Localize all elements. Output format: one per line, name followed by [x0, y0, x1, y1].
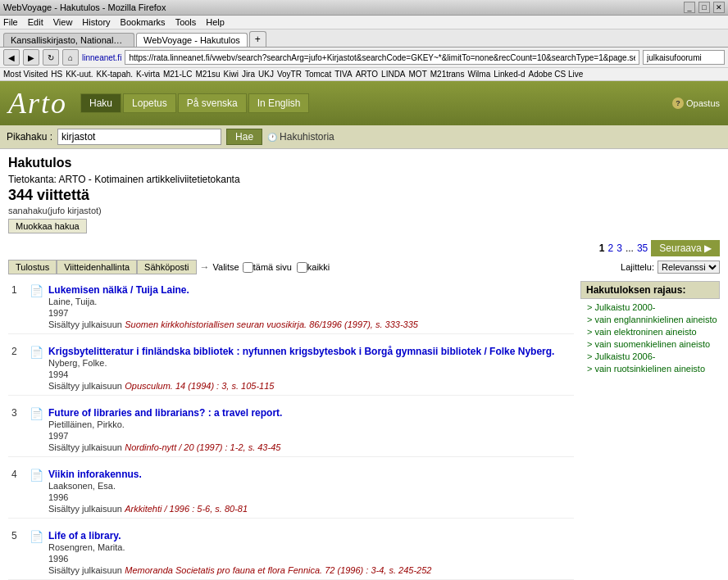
bookmark-adobe[interactable]: Adobe CS Live [529, 70, 584, 79]
arto-logo: Arto [8, 86, 67, 120]
search-label: Pikahaku : [7, 131, 52, 143]
sidebar-link-2[interactable]: vain elektroninen aineisto [580, 327, 720, 337]
result-journal-link-5[interactable]: Memoranda Societatis pro fauna et flora … [125, 565, 431, 575]
page-3[interactable]: 3 [617, 242, 622, 254]
result-journal-link-2[interactable]: Opusculum. 14 (1994) : 3, s. 105-115 [125, 381, 274, 391]
bookmark-voytr[interactable]: VoyTR [277, 70, 302, 79]
url-bar[interactable] [125, 50, 639, 65]
result-num: 5 [11, 530, 25, 576]
modify-search-button[interactable]: Muokkaa hakua [8, 219, 87, 233]
document-icon: 📄 [30, 346, 43, 392]
close-btn[interactable]: ✕ [713, 2, 725, 13]
bookmark-kk-uut[interactable]: KK-uut. [66, 70, 93, 79]
result-count: 344 viittettä [8, 187, 720, 204]
menu-tools[interactable]: Tools [175, 17, 197, 27]
result-journal-prefix-4: Sisältyy julkaisuun [48, 504, 122, 514]
result-year-4: 1996 [48, 492, 68, 502]
minimize-btn[interactable]: _ [684, 2, 695, 13]
bookmark-linked-d[interactable]: Linked-d [494, 70, 525, 79]
refresh-button[interactable]: ↻ [43, 49, 59, 66]
search-input[interactable] [57, 129, 221, 145]
result-journal-link-3[interactable]: Nordinfo-nytt / 20 (1997) : 1-2, s. 43-4… [125, 442, 280, 452]
results-area: 1 📄 Lukemisen nälkä / Tuija Laine. Laine… [8, 281, 720, 580]
forward-button[interactable]: ▶ [23, 49, 39, 66]
nav-svenska[interactable]: På svenska [178, 93, 247, 113]
result-author-1: Laine, Tuija. [48, 297, 97, 306]
bookmark-m21lc[interactable]: M21-LC [163, 70, 193, 79]
db-label: Tietokanta: [8, 174, 57, 185]
bookmark-m21su[interactable]: M21su [196, 70, 221, 79]
bookmark-ukj[interactable]: UKJ [258, 70, 274, 79]
home-button[interactable]: ⌂ [62, 49, 79, 66]
result-title-3[interactable]: Future of libraries and librarians? : a … [48, 407, 282, 419]
action-bar: Tulostus Viitteidenhallinta Sähköposti →… [8, 260, 330, 274]
page-35[interactable]: 35 [637, 242, 648, 254]
maximize-btn[interactable]: □ [698, 2, 710, 13]
result-year-5: 1996 [48, 554, 68, 564]
sidebar-link-3[interactable]: vain suomenkielinen aineisto [580, 339, 720, 349]
bookmark-kk-tapah[interactable]: KK-tapah. [97, 70, 133, 79]
sort-select[interactable]: Relevanssi [657, 261, 720, 274]
sidebar-link-1[interactable]: vain englanninkielinen aineisto [580, 315, 720, 324]
back-button[interactable]: ◀ [3, 49, 20, 66]
document-icon: 📄 [30, 530, 43, 576]
help-icon: ? [672, 97, 684, 109]
bookmark-tomcat[interactable]: Tomcat [305, 70, 331, 79]
new-tab-btn[interactable]: + [249, 31, 266, 47]
bookmark-tiva[interactable]: TIVA [334, 70, 352, 79]
result-journal-link-1[interactable]: Suomen kirkkohistoriallisen seuran vuosi… [125, 319, 418, 329]
result-title-1[interactable]: Lukemisen nälkä / Tuija Laine. [48, 284, 189, 296]
tab-webvoyage[interactable]: WebVoyage - Hakutulos [136, 33, 248, 47]
menu-file[interactable]: File [3, 17, 18, 27]
bookmark-hs[interactable]: HS [51, 70, 62, 79]
result-journal-prefix-2: Sisältyy julkaisuun [48, 381, 122, 391]
search-history[interactable]: 🕐 Hakuhistoria [267, 131, 334, 143]
valitse-tama-sivu-label: tämä sivu [253, 262, 292, 272]
next-button[interactable]: Seuraava ▶ [651, 240, 720, 256]
nav-lopetus[interactable]: Lopetus [123, 93, 176, 113]
valitse-tama-sivu-checkbox[interactable] [243, 262, 253, 273]
result-title-2[interactable]: Krigsbytelitteratur i finländska bibliot… [48, 346, 554, 357]
bookmark-m21trans[interactable]: M21trans [430, 70, 465, 79]
nav-haku[interactable]: Haku [80, 93, 121, 113]
linneanet-link[interactable]: linneanet.fi [82, 53, 121, 62]
bookmark-arto[interactable]: ARTO [356, 70, 378, 79]
result-journal-prefix-1: Sisältyy julkaisuun [48, 319, 122, 329]
result-journal-prefix-3: Sisältyy julkaisuun [48, 442, 122, 452]
menu-view[interactable]: View [53, 17, 73, 27]
action-viitteidenhallinta[interactable]: Viitteidenhallinta [57, 260, 137, 274]
sidebar-link-0[interactable]: Julkaistu 2000- [580, 302, 720, 312]
menu-help[interactable]: Help [206, 17, 225, 27]
result-journal-link-4[interactable]: Arkkitehti / 1996 : 5-6, s. 80-81 [125, 504, 248, 514]
action-tulostus[interactable]: Tulostus [8, 260, 57, 274]
action-sahkoposti[interactable]: Sähköposti [137, 260, 196, 274]
arto-help[interactable]: ? Opastus [672, 97, 720, 109]
bookmark-mot[interactable]: MOT [409, 70, 427, 79]
bookmark-kiwi[interactable]: Kiwi [224, 70, 239, 79]
menu-bar: File Edit View History Bookmarks Tools H… [0, 16, 728, 29]
page-2[interactable]: 2 [608, 242, 614, 254]
result-year-1: 1997 [48, 308, 68, 318]
search-button[interactable]: Hae [226, 129, 262, 145]
menu-edit[interactable]: Edit [28, 17, 43, 27]
bookmark-k-virta[interactable]: K-virta [136, 70, 160, 79]
search-history-label: Hakuhistoria [280, 131, 334, 143]
result-title-4[interactable]: Viikin inforakennus. [48, 469, 142, 480]
sidebar-link-5[interactable]: vain ruotsinkielinen aineisto [580, 364, 720, 374]
result-title-5[interactable]: Life of a library. [48, 530, 121, 541]
tab-bar: Kansalliskirjasto, Nationalbiblioteket, … [0, 29, 728, 48]
tab-kansalliskirjasto[interactable]: Kansalliskirjasto, Nationalbiblioteket, … [3, 33, 134, 47]
sidebar-link-4[interactable]: Julkaistu 2006- [580, 351, 720, 361]
bookmark-wilma[interactable]: Wilma [467, 70, 490, 79]
document-icon: 📄 [30, 407, 43, 453]
valitse-kaikki-checkbox[interactable] [297, 262, 307, 273]
nav-english[interactable]: In English [248, 93, 310, 113]
bookmark-jira[interactable]: Jira [242, 70, 255, 79]
arto-header: Arto Haku Lopetus På svenska In English … [0, 81, 728, 125]
bookmark-linda[interactable]: LINDA [381, 70, 405, 79]
bookmark-most-visited[interactable]: Most Visited [3, 70, 48, 79]
browser-search-box[interactable] [643, 50, 725, 65]
table-row: 5 📄 Life of a library. Rosengren, Marita… [8, 527, 574, 580]
menu-bookmarks[interactable]: Bookmarks [121, 17, 166, 27]
menu-history[interactable]: History [82, 17, 110, 27]
